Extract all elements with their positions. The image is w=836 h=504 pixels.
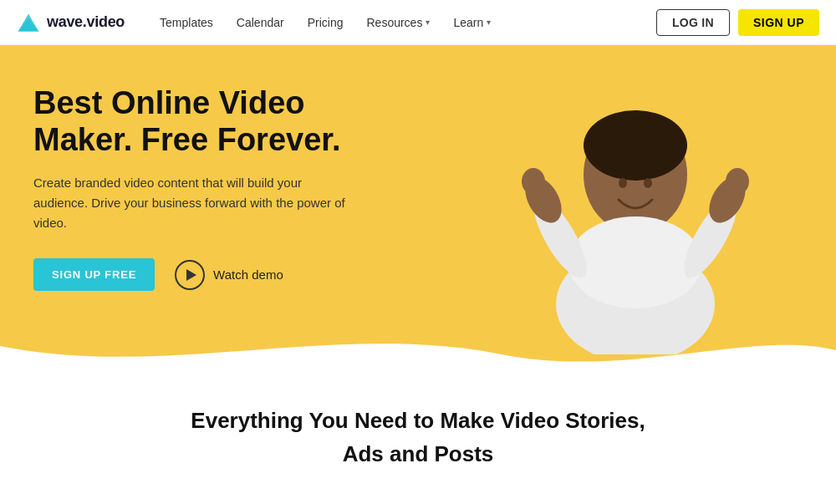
hero-subtitle: Create branded video content that will b… <box>33 173 351 233</box>
svg-point-6 <box>584 110 687 181</box>
nav-pricing[interactable]: Pricing <box>298 11 354 34</box>
svg-point-8 <box>644 178 652 188</box>
navbar: wave.video Templates Calendar Pricing Re… <box>0 0 836 45</box>
nav-actions: LOG IN SIGN UP <box>656 9 819 36</box>
hero-content: Best Online Video Maker. Free Forever. C… <box>0 45 418 291</box>
svg-point-14 <box>726 168 749 195</box>
hero-image <box>435 45 836 354</box>
bottom-title-line1: Everything You Need to Make Video Storie… <box>191 407 645 435</box>
hero-section: Best Online Video Maker. Free Forever. C… <box>0 45 836 371</box>
svg-point-13 <box>522 168 545 195</box>
logo-text: wave.video <box>47 13 125 31</box>
signup-free-button[interactable]: SIGN UP FREE <box>33 258 155 291</box>
login-button[interactable]: LOG IN <box>656 9 730 36</box>
watch-demo-button[interactable]: Watch demo <box>175 260 283 290</box>
nav-links: Templates Calendar Pricing Resources ▾ L… <box>150 11 656 34</box>
watch-demo-label: Watch demo <box>213 267 283 282</box>
nav-learn[interactable]: Learn ▾ <box>443 11 501 34</box>
logo[interactable]: wave.video <box>17 11 125 34</box>
logo-icon <box>17 11 40 34</box>
nav-calendar[interactable]: Calendar <box>227 11 294 34</box>
svg-point-5 <box>568 216 702 308</box>
svg-point-7 <box>619 178 627 188</box>
signup-button[interactable]: SIGN UP <box>738 9 819 36</box>
learn-chevron-icon: ▾ <box>487 18 491 27</box>
hero-person-illustration <box>493 45 777 354</box>
hero-buttons: SIGN UP FREE Watch demo <box>33 258 385 291</box>
bottom-title-line2: Ads and Posts <box>343 440 494 469</box>
hero-title: Best Online Video Maker. Free Forever. <box>33 85 385 158</box>
play-triangle-icon <box>186 269 196 281</box>
svg-marker-1 <box>18 18 39 31</box>
play-icon <box>175 260 205 290</box>
nav-resources[interactable]: Resources ▾ <box>356 11 440 34</box>
resources-chevron-icon: ▾ <box>426 18 430 27</box>
bottom-section: Everything You Need to Make Video Storie… <box>0 371 836 504</box>
nav-templates[interactable]: Templates <box>150 11 223 34</box>
